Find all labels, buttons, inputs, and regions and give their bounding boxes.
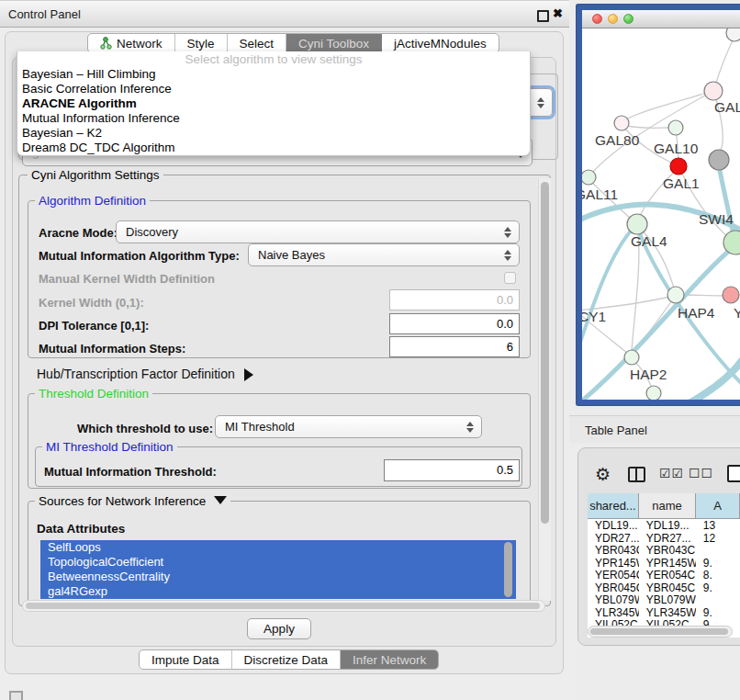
- network-node[interactable]: [668, 120, 683, 135]
- table-row[interactable]: YBL079WYBL079W: [588, 593, 740, 606]
- mi-steps-field[interactable]: 6: [389, 336, 520, 357]
- control-panel-title: Control Panel: [8, 7, 81, 21]
- tab-network-label: Network: [117, 37, 163, 51]
- settings-vertical-scrollbar-thumb[interactable]: [541, 182, 549, 524]
- window-close-icon[interactable]: [592, 14, 602, 24]
- close-icon[interactable]: ✖: [553, 6, 563, 20]
- table-horizontal-scrollbar[interactable]: [588, 626, 733, 638]
- table-horizontal-scrollbar-thumb[interactable]: [590, 628, 728, 635]
- combobox-arrows-icon: [503, 250, 511, 261]
- cyni-settings-group-title: Cyni Algorithm Settings: [28, 169, 163, 181]
- combobox-arrows-icon: [503, 227, 511, 238]
- tab-style[interactable]: Style: [175, 34, 228, 52]
- attribute-list-item[interactable]: BetweennessCentrality: [40, 570, 516, 584]
- window-zoom-icon[interactable]: [623, 14, 633, 24]
- table-cell: YPR145W: [639, 557, 696, 570]
- table-row[interactable]: YBR043CYBR043C: [588, 544, 740, 557]
- control-panel-titlebar: Control Panel ✖: [0, 0, 569, 28]
- hub-definition-toggle[interactable]: Hub/Transcription Factor Definition: [37, 367, 253, 381]
- algorithm-option[interactable]: Dream8 DC_TDC Algorithm: [17, 141, 530, 155]
- settings-horizontal-scrollbar-thumb[interactable]: [26, 603, 540, 609]
- sources-group-title[interactable]: Sources for Network Inference: [35, 495, 230, 507]
- column-pane-icon[interactable]: [628, 467, 645, 482]
- table-column-header[interactable]: A: [696, 493, 740, 518]
- table-cell: 12: [696, 532, 740, 545]
- mi-type-label: Mutual Information Algorithm Type:: [39, 249, 240, 263]
- float-window-icon[interactable]: [537, 10, 549, 22]
- table-cell: YBR045C: [639, 581, 696, 594]
- tab-discretize-data[interactable]: Discretize Data: [232, 650, 342, 669]
- network-node[interactable]: [709, 150, 729, 170]
- network-node[interactable]: [627, 214, 647, 234]
- manual-kernel-checkbox[interactable]: [504, 272, 516, 284]
- tab-select[interactable]: Select: [228, 34, 287, 52]
- table-cell: YBR043C: [588, 544, 639, 557]
- network-node[interactable]: [723, 287, 739, 303]
- table-row[interactable]: YER054CYER054C8.: [588, 569, 740, 581]
- app-root: { "window": { "title": "Control Panel" }…: [0, 0, 740, 700]
- network-node[interactable]: [614, 116, 629, 130]
- network-node-label: SWI4: [699, 211, 734, 227]
- attribute-list-item[interactable]: gal4RGexp: [40, 584, 516, 599]
- network-node[interactable]: [726, 28, 740, 41]
- table-column-header[interactable]: name: [639, 493, 696, 518]
- tab-infer-network[interactable]: Infer Network: [341, 650, 438, 669]
- dock-corner-icon[interactable]: [9, 691, 23, 700]
- algorithm-definition-title: Algorithm Definition: [35, 195, 150, 207]
- table-cell: [696, 593, 740, 606]
- settings-horizontal-scrollbar[interactable]: [22, 600, 545, 612]
- network-edge: [622, 125, 668, 128]
- algorithm-option[interactable]: Bayesian – K2: [17, 126, 530, 141]
- deselect-all-checkboxes-icon[interactable]: ☐☐: [689, 466, 713, 480]
- kernel-width-field[interactable]: 0.0: [389, 289, 520, 310]
- window-minimize-icon[interactable]: [608, 14, 618, 24]
- tab-network[interactable]: Network: [88, 34, 175, 52]
- combobox-arrows-icon: [465, 422, 474, 433]
- data-attributes-list[interactable]: SelfLoopsTopologicalCoefficientBetweenne…: [40, 540, 516, 599]
- table-row[interactable]: YPR145WYPR145W9.: [588, 557, 740, 570]
- algorithm-option[interactable]: Mutual Information Inference: [17, 111, 530, 126]
- network-node[interactable]: [704, 82, 723, 100]
- hub-definition-label: Hub/Transcription Factor Definition: [37, 367, 235, 381]
- network-window-titlebar[interactable]: [582, 10, 740, 28]
- expanded-arrow-icon: [214, 496, 227, 504]
- network-node[interactable]: [667, 287, 684, 303]
- mi-type-combobox[interactable]: Naive Bayes: [248, 243, 520, 266]
- network-graph: GALGAL80GAL10GAL1GAL11SWI4GAL4GCY1HAP4YH…: [582, 28, 740, 400]
- table-cell: [696, 544, 740, 557]
- table-row[interactable]: YDL19...YDL19...13: [588, 519, 740, 532]
- document-icon[interactable]: [727, 465, 740, 482]
- table-cell: 13: [696, 519, 740, 532]
- table-row[interactable]: YDR27...YDR27...12: [588, 532, 740, 545]
- network-node-label: GAL1: [663, 175, 700, 191]
- tab-cyni-toolbox[interactable]: Cyni Toolbox: [286, 34, 382, 52]
- table-cell: 8.: [696, 569, 740, 581]
- table-row[interactable]: YBR045CYBR045C9.: [588, 581, 740, 594]
- gear-icon[interactable]: ⚙: [595, 464, 611, 485]
- select-all-checkboxes-icon[interactable]: ☑☑: [659, 466, 684, 480]
- attribute-list-item[interactable]: TopologicalCoefficient: [40, 555, 516, 570]
- algorithm-option[interactable]: Basic Correlation Inference: [17, 82, 530, 96]
- mi-threshold-field[interactable]: 0.5: [384, 459, 520, 481]
- network-node[interactable]: [646, 386, 661, 400]
- attribute-list-item[interactable]: SelfLoops: [40, 540, 516, 555]
- tab-impute-data[interactable]: Impute Data: [140, 650, 232, 669]
- algorithm-option[interactable]: Bayesian – Hill Climbing: [17, 67, 530, 82]
- table-row[interactable]: YLR345WYLR345W9.: [588, 606, 740, 619]
- network-node[interactable]: [624, 350, 639, 365]
- network-canvas[interactable]: GALGAL80GAL10GAL1GAL11SWI4GAL4GCY1HAP4YH…: [582, 28, 740, 400]
- network-node-label: GCY1: [582, 309, 606, 324]
- which-threshold-combobox[interactable]: MI Threshold: [215, 415, 482, 438]
- network-node[interactable]: [582, 170, 596, 185]
- table-cell: YPR145W: [588, 557, 639, 570]
- aracne-mode-combobox[interactable]: Discovery: [116, 220, 520, 243]
- algorithm-option[interactable]: ARACNE Algorithm: [17, 96, 530, 111]
- network-node[interactable]: [670, 158, 687, 175]
- network-node-label: HAP2: [630, 367, 667, 382]
- table-column-header[interactable]: shared...: [588, 493, 639, 518]
- attributes-list-scrollbar[interactable]: [504, 542, 512, 597]
- tab-jactivemnodules[interactable]: jActiveMNodules: [382, 34, 499, 52]
- node-table[interactable]: shared...nameA YDL19...YDL19...13YDR27..…: [588, 493, 740, 638]
- dpi-tolerance-field[interactable]: 0.0: [389, 313, 520, 334]
- apply-button[interactable]: Apply: [247, 618, 311, 639]
